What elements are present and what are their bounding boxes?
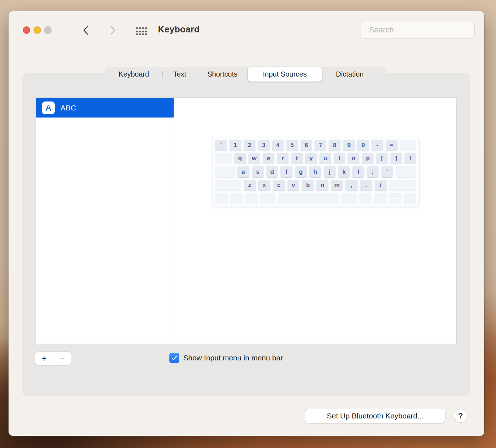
keyboard-row [215,193,416,204]
key-h: h [309,166,321,177]
key-,: , [345,180,358,191]
key-g: g [295,166,307,177]
input-source-label: ABC [60,104,76,112]
chevron-right-icon [110,25,116,35]
keyboard-layout-preview: `1234567890-=qwertyuiop[]\asdfghjkl;'zxc… [212,137,420,207]
key-4: 4 [272,140,284,151]
keyboard-row: `1234567890-= [215,140,416,151]
key-blank [215,153,232,164]
key-q: q [234,153,246,164]
key-a: a [237,166,249,177]
back-button[interactable] [80,25,91,36]
key-blank [215,193,228,204]
desktop-wallpaper: Keyboard Keyboard Text Shortcuts Input S… [0,0,496,448]
key-3: 3 [258,140,270,151]
key-c: c [273,180,285,191]
key-r: r [277,153,289,164]
key-=: = [386,140,397,151]
show-input-menu-checkbox[interactable] [169,353,179,363]
key-i: i [334,153,345,164]
titlebar[interactable]: Keyboard [9,11,484,48]
window-title: Keyboard [158,24,200,35]
key-v: v [287,180,300,191]
key-blank [278,193,339,204]
key-blank [341,193,357,204]
show-all-grid-icon[interactable] [136,27,147,35]
checkmark-icon [171,354,178,361]
keyboard-row: zxcvbnm,./ [215,180,416,191]
close-button[interactable] [23,26,30,34]
key-blank [396,166,416,177]
key-\: \ [405,153,416,164]
search-input[interactable] [369,25,471,35]
tab-dictation[interactable]: Dictation [322,67,378,82]
add-input-source-button[interactable]: + [35,352,53,365]
search-field[interactable] [360,21,475,39]
key-k: k [338,166,350,177]
key-m: m [331,180,343,191]
key-8: 8 [329,140,341,151]
traffic-lights [23,26,52,34]
key-blank [215,166,235,177]
key-n: n [316,180,328,191]
tab-keyboard[interactable]: Keyboard [105,67,162,82]
tab-shortcuts[interactable]: Shortcuts [197,67,248,82]
key-w: w [248,153,260,164]
list-item-abc[interactable]: A ABC [36,98,174,118]
key-1: 1 [229,140,241,151]
key-o: o [348,153,359,164]
input-sources-panel: A ABC `1234567890-=qwertyuiop[]\asdfghjk… [22,73,470,396]
tab-input-sources[interactable]: Input Sources [248,67,322,82]
show-input-menu-row: Show Input menu in menu bar [169,353,283,363]
input-source-list[interactable]: A ABC [36,98,174,344]
key-blank [260,193,276,204]
tab-text[interactable]: Text [163,67,197,82]
key-6: 6 [301,140,312,151]
key-.: . [360,180,372,191]
key-blank [230,193,243,204]
key-f: f [280,166,292,177]
key-blank [404,193,416,204]
help-button[interactable]: ? [454,409,467,422]
key-blank [389,180,416,191]
key-5: 5 [286,140,298,151]
keyboard-row: asdfghjkl;' [215,166,416,177]
key-7: 7 [315,140,326,151]
key-arrow-up [389,193,401,198]
chevron-left-icon [83,25,89,35]
key-u: u [320,153,331,164]
key-[: [ [376,153,388,164]
setup-bluetooth-keyboard-button[interactable]: Set Up Bluetooth Keyboard... [305,408,445,423]
key-blank [359,193,372,204]
key-b: b [302,180,314,191]
key-z: z [244,180,256,191]
preference-tabs: Keyboard Text Shortcuts Input Sources Di… [105,67,386,82]
key-arrow-down [389,199,401,204]
key-d: d [266,166,278,177]
key-arrow-updown [389,193,401,204]
key-;: ; [367,166,379,177]
key-`: ` [215,140,227,151]
key-l: l [352,166,364,177]
key-': ' [381,166,393,177]
minimize-button[interactable] [33,26,41,34]
remove-input-source-button: − [53,352,71,365]
forward-button [107,25,118,36]
key-blank [245,193,258,204]
key-]: ] [390,153,402,164]
keyboard-row: qwertyuiop[]\ [215,153,416,164]
key-blank [215,180,241,191]
add-remove-control: + − [35,352,71,365]
key-p: p [362,153,374,164]
key-blank [374,193,386,204]
key-j: j [324,166,336,177]
key-/: / [375,180,387,191]
key-s: s [252,166,264,177]
key-blank [400,140,416,151]
keyboard-preferences-window: Keyboard Keyboard Text Shortcuts Input S… [9,11,484,436]
input-source-icon: A [42,101,55,114]
key-0: 0 [357,140,369,151]
key-2: 2 [244,140,255,151]
zoom-button [44,26,52,34]
input-sources-content: A ABC `1234567890-=qwertyuiop[]\asdfghjk… [36,97,457,344]
